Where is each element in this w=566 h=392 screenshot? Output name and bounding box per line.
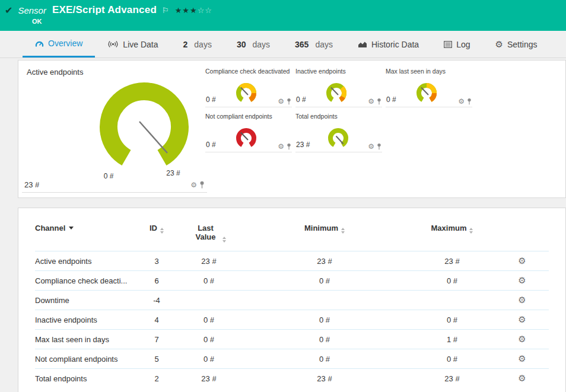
gauge-current-value: 23 #: [24, 180, 39, 189]
gauge-current-value: 0 #: [206, 95, 216, 106]
channel-maximum: 1 #: [409, 330, 495, 349]
gauge-settings-gear-icon[interactable]: ⚙: [458, 98, 465, 105]
channel-minimum: 23 #: [240, 369, 409, 388]
gauge-current-value: 0 #: [386, 95, 396, 106]
historic-data-chart-icon: [358, 41, 367, 48]
gauge-tile-inactive-endpoints: Inactive endpoints 0 # ⚙: [295, 68, 382, 107]
channel-minimum: 0 #: [240, 349, 409, 369]
pin-icon[interactable]: [467, 98, 472, 105]
gauge-title: Not compliant endpoints: [205, 113, 292, 122]
flag-icon[interactable]: ⚐: [162, 6, 169, 15]
not-compliant-gauge: [233, 127, 260, 151]
tab-label: Overview: [48, 39, 82, 48]
pin-icon[interactable]: [287, 98, 291, 105]
tab-log[interactable]: Log: [431, 31, 482, 58]
channel-settings-icon[interactable]: ⚙: [518, 314, 526, 324]
table-row: Active endpoints 3 23 # 23 # 23 # ⚙: [35, 251, 549, 271]
channel-settings-icon[interactable]: ⚙: [518, 373, 526, 383]
tab-days-number: 30: [237, 40, 246, 49]
column-header-last-value[interactable]: Last Value: [177, 221, 240, 251]
total-endpoints-gauge: [325, 127, 352, 151]
tab-days-unit: days: [194, 40, 212, 49]
channel-minimum: 0 #: [240, 310, 409, 330]
gauge-tile-max-last-seen: Max last seen in days 0 # ⚙: [386, 68, 472, 107]
tab-live-data[interactable]: Live Data: [95, 31, 170, 58]
channel-id: -4: [136, 291, 177, 310]
channel-settings-icon[interactable]: ⚙: [518, 334, 526, 344]
gauge-title: Total endpoints: [295, 113, 382, 122]
gauge-title: Compliance check deactivated: [205, 68, 292, 77]
channel-name: Not compliant endpoints: [35, 349, 136, 369]
gauge-title: Max last seen in days: [386, 68, 472, 77]
channel-last-value: 0 #: [177, 310, 240, 330]
priority-stars[interactable]: ★★★☆☆: [175, 6, 212, 15]
tab-days-unit: days: [315, 40, 333, 49]
channel-id: 2: [136, 369, 177, 388]
sort-toggle-icon: [222, 237, 226, 243]
channel-maximum: 0 #: [409, 271, 495, 291]
gauges-panel: Active endpoints 0 # 23 # 23 # ⚙ Complia…: [18, 60, 566, 198]
stars-filled[interactable]: ★★★: [175, 6, 198, 15]
channel-name: Active endpoints: [35, 251, 136, 271]
tab-historic-data[interactable]: Historic Data: [345, 31, 431, 58]
column-header-channel[interactable]: Channel: [35, 221, 136, 251]
status-check-icon: ✔: [5, 5, 12, 16]
pin-icon[interactable]: [199, 181, 205, 189]
channel-maximum: 0 #: [409, 349, 495, 369]
gauge-settings-gear-icon[interactable]: ⚙: [278, 98, 284, 105]
channel-settings-icon[interactable]: ⚙: [518, 256, 526, 266]
gauge-current-value: 0 #: [296, 95, 306, 106]
tab-2-days[interactable]: 2days: [171, 31, 224, 58]
column-label: ID: [150, 224, 157, 232]
gauge-scale-min: 0 #: [98, 172, 119, 180]
compliance-gauge: [233, 82, 260, 106]
tab-bar: Overview Live Data 2days 30days 365days …: [0, 31, 566, 58]
channel-last-value: 0 #: [177, 271, 240, 291]
column-label: Channel: [35, 224, 65, 232]
channel-settings-icon[interactable]: ⚙: [518, 353, 526, 364]
sort-toggle-icon: [469, 228, 473, 234]
sensor-header: ✔ Sensor EXE/Script Advanced ⚐ ★★★☆☆ OK: [0, 0, 566, 31]
tab-settings[interactable]: ⚙ Settings: [482, 31, 549, 58]
stars-empty[interactable]: ☆☆: [198, 6, 212, 15]
tab-days-number: 365: [295, 40, 309, 49]
tab-30-days[interactable]: 30days: [224, 31, 282, 58]
channel-name: Total endpoints: [35, 369, 136, 388]
gauge-title: Inactive endpoints: [295, 68, 382, 77]
gauge-settings-gear-icon[interactable]: ⚙: [190, 181, 197, 189]
channel-minimum: [240, 291, 409, 310]
gauge-title: Active endpoints: [27, 68, 205, 77]
sensor-title: EXE/Script Advanced: [52, 4, 157, 16]
column-label: Last Value: [192, 224, 220, 241]
tab-overview[interactable]: Overview: [23, 31, 95, 58]
column-header-id[interactable]: ID: [136, 221, 177, 251]
channel-last-value: 0 #: [177, 349, 240, 369]
channel-name: Inactive endpoints: [35, 310, 136, 330]
column-header-minimum[interactable]: Minimum: [240, 221, 409, 251]
overview-gauge-icon: [35, 40, 44, 47]
tab-label: Live Data: [123, 40, 158, 49]
gauge-settings-gear-icon[interactable]: ⚙: [368, 98, 374, 105]
gauge-settings-gear-icon[interactable]: ⚙: [278, 143, 284, 150]
pin-icon[interactable]: [377, 98, 381, 105]
gauge-tile-not-compliant-endpoints: Not compliant endpoints 0 # ⚙: [205, 113, 292, 152]
channel-settings-icon[interactable]: ⚙: [518, 275, 526, 285]
channel-last-value: 23 #: [177, 369, 240, 388]
column-label: Minimum: [304, 224, 338, 232]
channel-id: 5: [136, 349, 177, 369]
settings-gear-icon: ⚙: [495, 40, 503, 49]
tab-days-number: 2: [183, 40, 188, 49]
channel-settings-icon[interactable]: ⚙: [518, 295, 526, 305]
channel-last-value: 0 #: [177, 330, 240, 349]
sort-toggle-icon: [341, 228, 345, 234]
channel-id: 6: [136, 271, 177, 291]
column-header-maximum[interactable]: Maximum: [409, 221, 495, 251]
tab-365-days[interactable]: 365days: [282, 31, 345, 58]
pin-icon[interactable]: [377, 143, 381, 150]
gauge-settings-gear-icon[interactable]: ⚙: [368, 143, 374, 150]
pin-icon[interactable]: [287, 143, 291, 150]
channel-table: Channel ID Last Value Minimum Maximum: [35, 221, 549, 388]
channel-name: Max last seen in days: [35, 330, 136, 349]
table-row: Downtime -4 ⚙: [35, 291, 549, 310]
channel-name: Downtime: [35, 291, 136, 310]
